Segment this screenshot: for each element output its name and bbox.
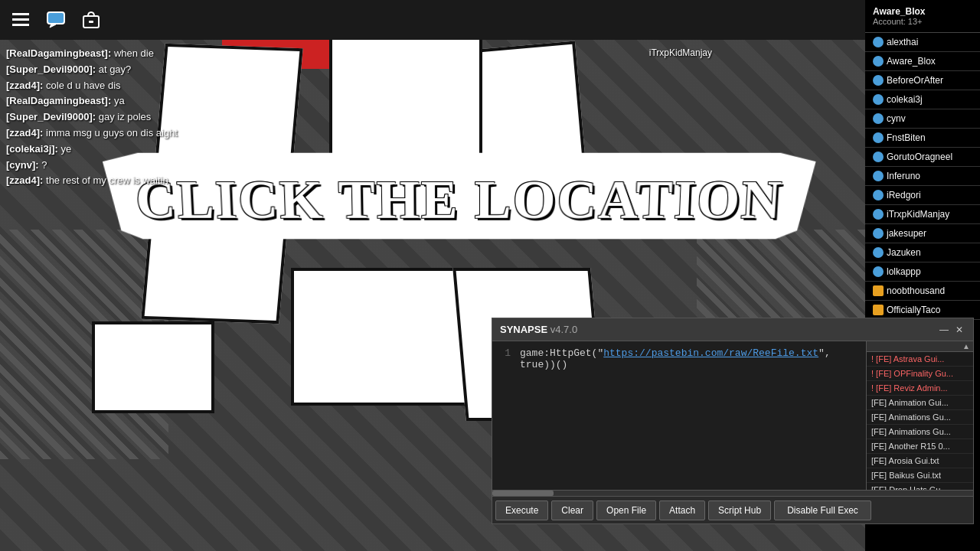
chat-name-9: [zzad4]: bbox=[6, 174, 43, 186]
chat-name-8: [cynv]: bbox=[6, 159, 39, 171]
svg-rect-2 bbox=[12, 24, 29, 26]
scrollbar-thumb bbox=[492, 491, 554, 496]
player-name: alexthai bbox=[887, 37, 918, 47]
synapse-version: v4.7.0 bbox=[550, 324, 577, 335]
chat-text-4: ya bbox=[114, 95, 125, 106]
player-avatar-icon bbox=[873, 132, 884, 143]
chat-line-7: [colekai3j]: ye bbox=[6, 142, 178, 158]
player-name: GorutoOragneel bbox=[887, 152, 952, 162]
chat-text-9: the rest of my crew is waitin bbox=[46, 174, 168, 186]
line-number: 1 bbox=[498, 347, 511, 370]
player-avatar-icon bbox=[873, 152, 884, 162]
geo-shape-6 bbox=[92, 321, 214, 413]
list-item: colekai3j bbox=[865, 90, 980, 109]
player-name: noobthousand bbox=[887, 285, 945, 296]
list-item: alexthai bbox=[865, 33, 980, 52]
list-item: FnstBiten bbox=[865, 129, 980, 148]
attach-button[interactable]: Attach bbox=[659, 500, 705, 520]
player-avatar-icon bbox=[873, 113, 884, 124]
list-item: lolkappp bbox=[865, 262, 980, 282]
svg-rect-0 bbox=[12, 13, 29, 15]
scroll-up-arrow[interactable]: ▲ bbox=[962, 342, 970, 350]
chat-name-3: [zzad4]: bbox=[6, 80, 43, 91]
chat-line-5: [Super_Devil9000]: gay iz poles bbox=[6, 109, 178, 126]
code-url: https://pastebin.com/raw/ReeFile.txt bbox=[603, 347, 818, 359]
banner-container: CLICK THE LOCATION bbox=[92, 153, 827, 240]
player-name: Inferuno bbox=[887, 171, 920, 181]
script-item[interactable]: ! [FE] OPFinality Gu... bbox=[867, 367, 973, 381]
list-item: iTrxpKidManjay bbox=[865, 205, 980, 224]
player-name: iTrxpKidManjay bbox=[887, 209, 949, 220]
open-file-button[interactable]: Open File bbox=[596, 500, 656, 520]
script-item[interactable]: [FE] Another R15 0... bbox=[867, 439, 973, 454]
code-editor[interactable]: 1 game:HttpGet("https://pastebin.com/raw… bbox=[492, 341, 866, 490]
script-item[interactable]: [FE] Drop Hats Gu... bbox=[867, 483, 973, 490]
script-item[interactable]: ! [FE] Reviz Admin... bbox=[867, 381, 973, 396]
backpack-icon[interactable] bbox=[80, 8, 103, 31]
script-item[interactable]: [FE] Arosia Gui.txt bbox=[867, 454, 973, 468]
chat-text-8: ? bbox=[41, 159, 47, 171]
execute-button[interactable]: Execute bbox=[495, 500, 548, 520]
script-item[interactable]: ! [FE] Astrava Gui... bbox=[867, 352, 973, 367]
list-item: BeforeOrAfter bbox=[865, 71, 980, 90]
player-name: OfficiallyTaco bbox=[887, 305, 940, 315]
chat-text-1: when die bbox=[114, 47, 154, 59]
synapse-buttons: Execute Clear Open File Attach Script Hu… bbox=[492, 496, 973, 523]
chat-icon[interactable] bbox=[44, 8, 67, 31]
list-item: jakesuper bbox=[865, 224, 980, 243]
player-name: jakesuper bbox=[887, 228, 926, 239]
player-name: Jazuken bbox=[887, 247, 921, 258]
list-item: iRedgori bbox=[865, 186, 980, 205]
script-list: ▲ ! [FE] Astrava Gui... ! [FE] OPFinalit… bbox=[866, 341, 973, 490]
chat-text-5: gay iz poles bbox=[99, 111, 152, 122]
player-avatar-icon bbox=[873, 56, 884, 67]
chat-text-6: imma msg u guys on dis aight bbox=[46, 127, 178, 139]
editor-scrollbar[interactable] bbox=[492, 490, 973, 496]
chat-name-5: [Super_Devil9000]: bbox=[6, 111, 96, 122]
chat-text-3: cole d u have dis bbox=[46, 80, 121, 91]
player-avatar-icon bbox=[873, 171, 884, 181]
player-name: colekai3j bbox=[887, 94, 923, 105]
synapse-body: 1 game:HttpGet("https://pastebin.com/raw… bbox=[492, 341, 973, 490]
list-item: Jazuken bbox=[865, 243, 980, 262]
chat-line-6: [zzad4]: imma msg u guys on dis aight bbox=[6, 126, 178, 142]
chat-line-2: [Super_Devil9000]: at gay? bbox=[6, 62, 178, 78]
svg-rect-1 bbox=[12, 18, 29, 21]
script-item[interactable]: [FE] Animation Gui... bbox=[867, 396, 973, 410]
chat-name-1: [RealDagamingbeast]: bbox=[6, 47, 111, 59]
list-item: Inferuno bbox=[865, 167, 980, 186]
script-item[interactable]: [FE] Baikus Gui.txt bbox=[867, 468, 973, 483]
chat-text-2: at gay? bbox=[99, 64, 132, 75]
list-item: GorutoOragneel bbox=[865, 148, 980, 167]
chat-name-7: [colekai3j]: bbox=[6, 143, 58, 155]
list-item: Aware_Blox bbox=[865, 52, 980, 71]
click-location-banner: CLICK THE LOCATION bbox=[102, 153, 816, 240]
chat-name-6: [zzad4]: bbox=[6, 127, 43, 139]
player-avatar-icon bbox=[873, 190, 884, 201]
player-name: FnstBiten bbox=[887, 132, 926, 143]
chat-text-7: ye bbox=[61, 143, 72, 155]
account-age: Account: 13+ bbox=[873, 17, 972, 26]
svg-rect-5 bbox=[89, 21, 93, 23]
synapse-titlebar: SYNAPSE v4.7.0 — ✕ bbox=[492, 318, 973, 341]
player-name: iRedgori bbox=[887, 190, 921, 201]
roblox-topbar bbox=[0, 0, 865, 40]
synapse-app-name: SYNAPSE bbox=[500, 324, 547, 335]
close-button[interactable]: ✕ bbox=[953, 324, 965, 336]
code-line-1: 1 game:HttpGet("https://pastebin.com/raw… bbox=[498, 347, 860, 370]
script-item[interactable]: [FE] Animations Gu... bbox=[867, 410, 973, 425]
disable-full-exec-button[interactable]: Disable Full Exec bbox=[774, 500, 871, 520]
svg-rect-3 bbox=[47, 12, 64, 24]
account-name: Aware_Blox bbox=[873, 6, 972, 17]
clear-button[interactable]: Clear bbox=[551, 500, 593, 520]
script-hub-button[interactable]: Script Hub bbox=[708, 500, 771, 520]
synapse-window: SYNAPSE v4.7.0 — ✕ 1 game:HttpGet("https… bbox=[492, 318, 974, 524]
chat-line-3: [zzad4]: cole d u have dis bbox=[6, 78, 178, 94]
menu-icon[interactable] bbox=[9, 8, 32, 31]
list-item: noobthousand bbox=[865, 282, 980, 301]
minimize-button[interactable]: — bbox=[938, 324, 950, 336]
account-info: Aware_Blox Account: 13+ bbox=[865, 0, 980, 33]
player-name: lolkappp bbox=[887, 266, 921, 277]
script-item[interactable]: [FE] Animations Gu... bbox=[867, 425, 973, 439]
chat-line-9: [zzad4]: the rest of my crew is waitin bbox=[6, 173, 178, 189]
